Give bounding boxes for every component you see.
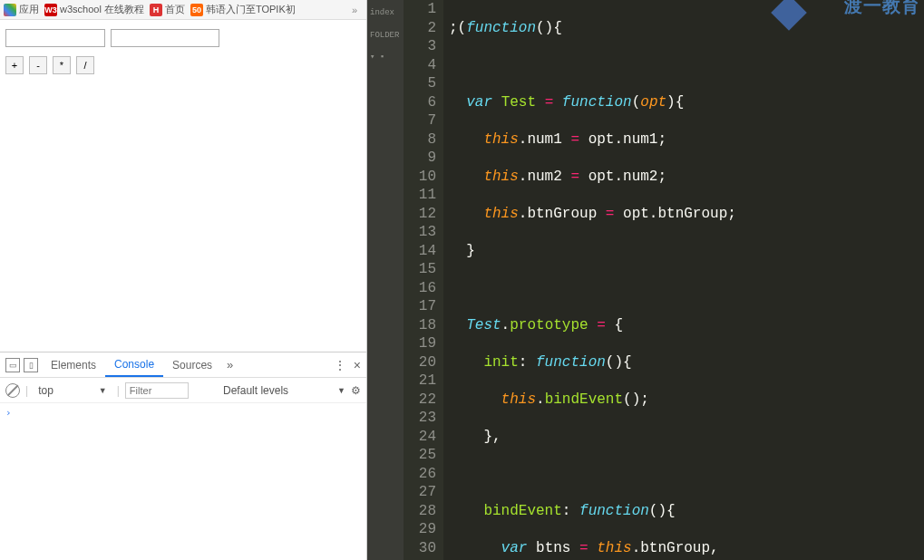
line-number: 1 [404, 0, 436, 19]
plus-button[interactable]: + [5, 56, 24, 74]
line-number: 23 [404, 409, 436, 428]
code-token: = [606, 206, 615, 222]
sidebar-folder[interactable]: FOLDER [367, 24, 404, 47]
log-levels[interactable]: Default levels▼ [223, 384, 345, 397]
bookmark-w3school[interactable]: W3w3school 在线教程 [44, 3, 144, 16]
tab-sources[interactable]: Sources [163, 352, 221, 377]
devtools-close-icon[interactable]: × [354, 358, 361, 372]
line-number: 13 [404, 223, 436, 242]
editor-sidebar: index FOLDER ▾ ▪ [367, 0, 404, 560]
bookmark-bar: 应用 W3w3school 在线教程 H首页 50韩语入门至TOPIK初 » [0, 0, 366, 20]
line-number: 20 [404, 353, 436, 372]
gear-icon[interactable]: ⚙ [351, 384, 361, 397]
code-token: this [483, 131, 518, 148]
code-token: }, [483, 429, 501, 445]
line-number: 3 [404, 37, 436, 56]
code-token: function [536, 354, 606, 371]
devtools-panel: ▭ ▯ Elements Console Sources » ⋮ × | top… [0, 352, 366, 560]
context-label: top [38, 384, 53, 397]
code-token [492, 94, 501, 111]
line-number: 30 [404, 539, 436, 558]
code-token: { [606, 317, 623, 333]
line-number: 18 [404, 316, 436, 335]
sidebar-tab-index[interactable]: index [367, 2, 404, 24]
code-token: opt.num2; [579, 169, 666, 185]
code-token: opt [640, 94, 666, 111]
bookmark-label: w3school 在线教程 [60, 3, 144, 16]
divide-button[interactable]: / [76, 56, 94, 74]
line-number: 16 [404, 279, 436, 298]
inspect-icon[interactable]: ▭ [5, 358, 20, 372]
line-number: 12 [404, 205, 436, 224]
code-token: function [562, 94, 632, 111]
line-number: 14 [404, 242, 436, 261]
line-number: 7 [404, 111, 436, 130]
code-token: (){ [606, 354, 632, 371]
code-token: .num1 [519, 131, 571, 148]
code-token: (){ [536, 20, 562, 36]
line-number: 29 [404, 520, 436, 539]
code-token: this [501, 391, 536, 408]
w3-icon: W3 [44, 4, 57, 16]
filter-input[interactable] [125, 382, 189, 399]
bookmark-topik[interactable]: 50韩语入门至TOPIK初 [190, 3, 296, 16]
num2-input[interactable] [111, 29, 219, 47]
tab-elements[interactable]: Elements [42, 352, 105, 377]
apps-icon [4, 4, 16, 16]
code-token: opt.btnGroup; [614, 206, 735, 222]
topik-icon: 50 [190, 4, 203, 16]
context-selector[interactable]: top▼ [34, 382, 112, 399]
minus-button[interactable]: - [29, 56, 47, 74]
tab-console[interactable]: Console [105, 352, 163, 377]
line-number: 11 [404, 186, 436, 205]
code-token: ( [632, 94, 641, 111]
devtools-right: ⋮ × [334, 358, 361, 372]
separator: | [117, 384, 120, 397]
code-token: = [597, 317, 606, 333]
code-token: ){ [666, 94, 684, 111]
bookmark-home[interactable]: H首页 [150, 3, 185, 16]
line-number: 28 [404, 502, 436, 521]
tabs-overflow[interactable]: » [221, 358, 238, 372]
bookmark-apps[interactable]: 应用 [4, 3, 39, 16]
line-number: 25 [404, 446, 436, 465]
code-token: var [501, 540, 528, 556]
code-token [553, 94, 562, 111]
browser-pane: 应用 W3w3school 在线教程 H首页 50韩语入门至TOPIK初 » +… [0, 0, 367, 560]
code-token [588, 317, 598, 333]
multiply-button[interactable]: * [53, 56, 71, 74]
code-token: init [483, 354, 518, 371]
bookmark-label: 应用 [19, 3, 39, 16]
code-token: function [466, 20, 536, 36]
bookmark-label: 首页 [165, 3, 185, 16]
console-body[interactable]: › [0, 403, 366, 560]
chevron-down-icon: ▼ [99, 386, 107, 395]
line-number: 2 [404, 19, 436, 38]
code-token: btns [527, 540, 579, 556]
console-prompt: › [5, 407, 12, 419]
line-number: 22 [404, 391, 436, 410]
button-row: + - * / [0, 56, 366, 83]
line-number: 4 [404, 56, 436, 75]
console-toolbar: | top▼ | Default levels▼ ⚙ [0, 378, 366, 403]
code-token: . [501, 317, 511, 333]
levels-label: Default levels [223, 384, 288, 397]
device-icon[interactable]: ▯ [24, 358, 38, 372]
code-token: : [519, 354, 536, 371]
page-content [0, 20, 366, 56]
code-token: prototype [510, 317, 588, 333]
code-token [536, 94, 545, 111]
bookmark-overflow[interactable]: » [346, 5, 363, 15]
code-token: Test [501, 94, 536, 111]
clear-console-icon[interactable] [5, 383, 20, 398]
code-token: this [597, 540, 631, 556]
code-area[interactable]: ;(function(){ var Test = function(opt){ … [443, 0, 924, 560]
bookmark-label: 韩语入门至TOPIK初 [206, 3, 296, 16]
code-token: = [545, 94, 554, 111]
code-token: opt.num1; [579, 131, 666, 148]
line-number: 19 [404, 334, 436, 353]
code-token: = [570, 169, 579, 185]
sidebar-tree-icon[interactable]: ▾ ▪ [367, 46, 404, 69]
num1-input[interactable] [5, 29, 105, 47]
devtools-menu-icon[interactable]: ⋮ [334, 358, 346, 372]
